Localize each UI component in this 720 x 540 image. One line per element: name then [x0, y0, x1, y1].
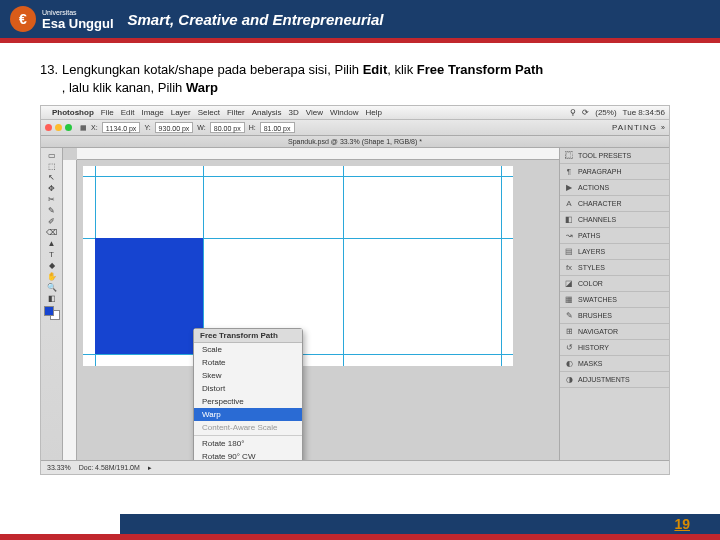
- grid-icon[interactable]: ▦: [80, 124, 87, 132]
- menu-select[interactable]: Select: [198, 108, 220, 117]
- panel-label: COLOR: [578, 280, 603, 287]
- doc-info: Doc: 4.58M/191.0M: [79, 464, 140, 471]
- app-name[interactable]: Photoshop: [52, 108, 94, 117]
- panel-label: ACTIONS: [578, 184, 609, 191]
- panel-label: ADJUSTMENTS: [578, 376, 630, 383]
- panel-brushes[interactable]: ✎BRUSHES: [560, 308, 669, 324]
- chevron-right-icon[interactable]: ▸: [148, 464, 152, 472]
- ctx-warp[interactable]: Warp: [194, 408, 302, 421]
- tool-7[interactable]: ⌫: [43, 227, 61, 237]
- tool-3[interactable]: ✥: [43, 183, 61, 193]
- panel-masks[interactable]: ◐MASKS: [560, 356, 669, 372]
- menu-image[interactable]: Image: [141, 108, 163, 117]
- panel-channels[interactable]: ◧CHANNELS: [560, 212, 669, 228]
- h-field[interactable]: 81.00 px: [260, 122, 295, 133]
- panel-icon: A: [564, 199, 574, 209]
- menu-help[interactable]: Help: [365, 108, 381, 117]
- tool-9[interactable]: T: [43, 249, 61, 259]
- sync-icon[interactable]: ⟳: [582, 108, 589, 117]
- chevron-icon[interactable]: »: [661, 124, 665, 131]
- tool-palette: ▭⬚↖✥✂✎✐⌫▲T◆✋🔍◧: [41, 148, 63, 460]
- menu-items: FileEditImageLayerSelectFilterAnalysis3D…: [101, 108, 382, 117]
- menu-window[interactable]: Window: [330, 108, 358, 117]
- tool-13[interactable]: ◧: [43, 293, 61, 303]
- search-icon[interactable]: ⚲: [570, 108, 576, 117]
- color-swatch[interactable]: [44, 306, 60, 320]
- ruler-horizontal[interactable]: [77, 148, 559, 160]
- tool-1[interactable]: ⬚: [43, 161, 61, 171]
- instr-bold: Edit: [363, 62, 388, 77]
- menu-file[interactable]: File: [101, 108, 114, 117]
- mac-menubar: Photoshop FileEditImageLayerSelectFilter…: [41, 106, 669, 120]
- x-field[interactable]: 1134.0 px: [102, 122, 141, 133]
- panel-label: BRUSHES: [578, 312, 612, 319]
- panel-label: PARAGRAPH: [578, 168, 621, 175]
- panel-color[interactable]: ◪COLOR: [560, 276, 669, 292]
- panel-character[interactable]: ACHARACTER: [560, 196, 669, 212]
- y-field[interactable]: 930.00 px: [155, 122, 194, 133]
- panel-icon: ◑: [564, 375, 574, 385]
- ctx-perspective[interactable]: Perspective: [194, 395, 302, 408]
- panel-tool-presets[interactable]: ⿴TOOL PRESETS: [560, 148, 669, 164]
- shape-rect[interactable]: [95, 238, 203, 354]
- tool-12[interactable]: 🔍: [43, 282, 61, 292]
- guide[interactable]: [343, 166, 344, 366]
- panel-paths[interactable]: ↝PATHS: [560, 228, 669, 244]
- tool-4[interactable]: ✂: [43, 194, 61, 204]
- tool-6[interactable]: ✐: [43, 216, 61, 226]
- ctx-scale[interactable]: Scale: [194, 343, 302, 356]
- tool-5[interactable]: ✎: [43, 205, 61, 215]
- options-bar: ▦ X:1134.0 px Y:930.00 px W:80.00 px H:8…: [41, 120, 669, 136]
- panel-label: HISTORY: [578, 344, 609, 351]
- zoom-level[interactable]: 33.33%: [47, 464, 71, 471]
- panel-icon: ▤: [564, 247, 574, 257]
- w-field[interactable]: 80.00 px: [210, 122, 245, 133]
- panel-icon: ▶: [564, 183, 574, 193]
- tool-2[interactable]: ↖: [43, 172, 61, 182]
- canvas-area[interactable]: Free Transform Path ScaleRotateSkewDisto…: [63, 148, 559, 460]
- tool-8[interactable]: ▲: [43, 238, 61, 248]
- instr-part: , lalu klik kanan, Pilih: [62, 80, 186, 95]
- panel-icon: ⿴: [564, 151, 574, 161]
- panel-history[interactable]: ↺HISTORY: [560, 340, 669, 356]
- tagline: Smart, Creative and Entrepreneurial: [128, 11, 384, 28]
- ctx-distort[interactable]: Distort: [194, 382, 302, 395]
- ruler-vertical[interactable]: [63, 160, 77, 460]
- panel-paragraph[interactable]: ¶PARAGRAPH: [560, 164, 669, 180]
- document-title: Spanduk.psd @ 33.3% (Shape 1, RGB/8) *: [41, 136, 669, 148]
- panel-label: CHARACTER: [578, 200, 622, 207]
- menu-layer[interactable]: Layer: [171, 108, 191, 117]
- menu-view[interactable]: View: [306, 108, 323, 117]
- tool-11[interactable]: ✋: [43, 271, 61, 281]
- panel-icon: ◧: [564, 215, 574, 225]
- label-y: Y:: [144, 124, 150, 131]
- guide[interactable]: [501, 166, 502, 366]
- tool-10[interactable]: ◆: [43, 260, 61, 270]
- menu-3d[interactable]: 3D: [289, 108, 299, 117]
- panel-styles[interactable]: fxSTYLES: [560, 260, 669, 276]
- menu-analysis[interactable]: Analysis: [252, 108, 282, 117]
- panel-label: PATHS: [578, 232, 600, 239]
- panel-adjustments[interactable]: ◑ADJUSTMENTS: [560, 372, 669, 388]
- panel-navigator[interactable]: ⊞NAVIGATOR: [560, 324, 669, 340]
- workspace-label[interactable]: PAINTING: [612, 123, 657, 132]
- window-controls[interactable]: [45, 124, 72, 131]
- ctx-rotate-180-[interactable]: Rotate 180°: [194, 437, 302, 450]
- menu-edit[interactable]: Edit: [121, 108, 135, 117]
- footer: [0, 514, 720, 540]
- footer-bar-blue: [120, 514, 720, 534]
- menu-filter[interactable]: Filter: [227, 108, 245, 117]
- ctx-rotate-90-cw[interactable]: Rotate 90° CW: [194, 450, 302, 460]
- instruction-text: 13.Lengkungkan kotak/shape pada beberapa…: [0, 43, 720, 105]
- panel-icon: ↺: [564, 343, 574, 353]
- logo-icon: €: [10, 6, 36, 32]
- ctx-rotate[interactable]: Rotate: [194, 356, 302, 369]
- panel-layers[interactable]: ▤LAYERS: [560, 244, 669, 260]
- guide[interactable]: [83, 176, 513, 177]
- tool-0[interactable]: ▭: [43, 150, 61, 160]
- ctx-skew[interactable]: Skew: [194, 369, 302, 382]
- panel-swatches[interactable]: ▦SWATCHES: [560, 292, 669, 308]
- panel-actions[interactable]: ▶ACTIONS: [560, 180, 669, 196]
- panel-label: CHANNELS: [578, 216, 616, 223]
- clock: Tue 8:34:56: [623, 108, 665, 117]
